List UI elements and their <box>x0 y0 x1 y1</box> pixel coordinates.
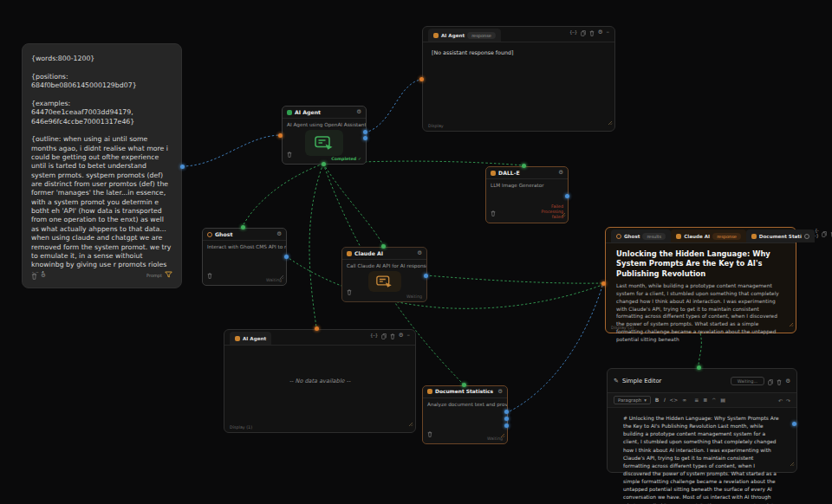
copy-icon[interactable] <box>381 326 387 343</box>
claude-header[interactable]: Claude AI ⚙ <box>342 248 426 260</box>
trash-icon[interactable] <box>287 145 292 161</box>
wire-agent-to-response[interactable] <box>365 80 420 132</box>
port-claude-input[interactable] <box>381 244 386 249</box>
port-docstats-output-3[interactable] <box>504 423 509 428</box>
port-ai-agent-flow-output[interactable] <box>322 162 326 166</box>
port-docstats-output-2[interactable] <box>504 417 509 421</box>
port-dalle-output[interactable] <box>565 194 569 198</box>
gear-icon[interactable]: ⚙ <box>598 29 603 36</box>
port-response-input[interactable] <box>419 77 424 81</box>
trash-icon[interactable] <box>207 266 212 282</box>
dalle-title: DALL-E <box>498 170 520 176</box>
braces-icon[interactable]: {--} <box>569 29 577 35</box>
resize-handle[interactable] <box>500 425 505 442</box>
resize-handle[interactable] <box>789 314 794 331</box>
dalle-header[interactable]: DALL-E ⚙ <box>486 167 568 179</box>
chevron-circle-icon[interactable] <box>804 234 809 239</box>
trash-icon[interactable] <box>589 23 595 40</box>
tab-ai-agent-response[interactable]: AI Agent response <box>428 29 501 42</box>
port-editor-output[interactable] <box>792 422 796 426</box>
port-editor-input-top[interactable] <box>697 365 701 370</box>
bold-button[interactable]: B <box>655 397 660 403</box>
braces-icon[interactable]: {--} <box>370 333 378 338</box>
copy-icon[interactable] <box>822 224 827 241</box>
dalle-node[interactable]: DALL-E ⚙ LLM Image Generator Failed Proc… <box>485 166 569 223</box>
copy-icon[interactable] <box>581 23 586 40</box>
port-docstats-input[interactable] <box>462 383 466 387</box>
quote-button[interactable]: ▤ <box>720 397 725 403</box>
resize-handle[interactable] <box>561 204 566 221</box>
port-display-input[interactable] <box>315 326 319 331</box>
trash-icon[interactable] <box>347 282 352 299</box>
port-claude-output[interactable] <box>424 274 428 278</box>
wire-docstats-to-results[interactable] <box>506 286 602 413</box>
redo-button[interactable]: ↷ <box>786 397 790 404</box>
ghost-icon <box>207 232 212 237</box>
collapse-icon[interactable]: – <box>407 332 411 339</box>
port-ai-agent-output-2[interactable] <box>363 136 367 140</box>
gear-icon[interactable]: ⚙ <box>399 332 404 339</box>
editor-header[interactable]: ✎ Simple Editor Waiting... ⚙ <box>608 369 796 393</box>
port-ai-agent-output-1[interactable] <box>363 130 367 134</box>
tab-ghost-results[interactable]: Ghost results <box>611 229 671 242</box>
wire-claude-to-results[interactable] <box>426 275 602 283</box>
port-ghost-output[interactable] <box>284 255 289 259</box>
gear-icon[interactable]: ⚙ <box>417 250 422 256</box>
bullet-list-button[interactable]: ≡ <box>694 397 699 403</box>
code-button[interactable]: <> <box>669 397 678 403</box>
trash-icon[interactable] <box>31 267 37 283</box>
gear-icon[interactable]: ⚙ <box>276 231 282 237</box>
superscript-button[interactable]: ^ <box>712 397 716 403</box>
no-data-message: -- No data available -- <box>224 378 415 384</box>
port-ai-agent-input[interactable] <box>278 133 283 138</box>
simple-editor-node[interactable]: ✎ Simple Editor Waiting... ⚙ Paragraph ▾… <box>607 368 797 473</box>
resize-handle[interactable] <box>608 113 613 129</box>
trash-icon[interactable] <box>777 372 782 389</box>
wire-prompt-to-agent[interactable] <box>182 135 279 166</box>
italic-button[interactable]: I <box>663 397 665 403</box>
tab-document-statistics[interactable]: Document Stati <box>746 229 815 242</box>
prompt-node[interactable]: {words:800-1200} {positions: 684f0be0806… <box>22 43 182 288</box>
link-button[interactable]: ∞ <box>682 397 686 403</box>
gear-icon[interactable]: ⚙ <box>558 170 563 176</box>
gear-icon[interactable]: ⚙ <box>785 378 790 384</box>
undo-button[interactable]: ↶ <box>778 397 783 404</box>
port-prompt-output[interactable] <box>180 165 185 169</box>
palette-icon <box>491 171 496 176</box>
ai-agent-status: Completed ✓ <box>331 157 361 161</box>
resize-handle[interactable] <box>790 454 795 470</box>
port-results-input[interactable] <box>601 281 606 286</box>
ai-agent-node[interactable]: AI Agent ⚙ AI Agent using OpenAI Assista… <box>282 106 367 165</box>
ordered-list-button[interactable]: ≣ <box>703 397 707 403</box>
gear-icon[interactable]: ⚙ <box>41 272 46 279</box>
ai-agent-header[interactable]: AI Agent ⚙ <box>283 107 366 119</box>
claude-node[interactable]: Claude AI ⚙ Call Claude AI API for AI re… <box>341 247 427 302</box>
results-node[interactable]: Ghost results Claude AI response Documen… <box>605 227 796 333</box>
editor-body[interactable]: # Unlocking the Hidden Language: Why Sys… <box>608 408 796 504</box>
response-display-node[interactable]: AI Agent response {--} ⚙ – [No assistant… <box>422 26 615 132</box>
tab-ai-agent[interactable]: AI Agent <box>230 332 271 345</box>
ghost-node[interactable]: Ghost ⚙ Interact with Ghost CMS API to r… <box>202 228 287 286</box>
port-dalle-input[interactable] <box>522 164 526 168</box>
trash-icon[interactable] <box>491 204 496 220</box>
docstats-node[interactable]: Document Statistics ⚙ Analyze document t… <box>422 385 508 444</box>
collapse-icon[interactable]: – <box>607 29 610 36</box>
gear-icon[interactable]: ⚙ <box>497 389 503 395</box>
paragraph-style-dropdown[interactable]: Paragraph ▾ <box>614 396 651 404</box>
ghost-header[interactable]: Ghost ⚙ <box>203 229 286 241</box>
port-docstats-output-1[interactable] <box>504 410 509 414</box>
prompt-text[interactable]: {words:800-1200} {positions: 684f0be0806… <box>31 55 172 273</box>
copy-icon[interactable] <box>768 372 773 389</box>
ai-agent-display-node[interactable]: AI Agent {--} ⚙ – -- No data available -… <box>224 329 416 433</box>
docstats-header[interactable]: Document Statistics ⚙ <box>423 386 507 398</box>
port-ghost-input[interactable] <box>241 225 245 229</box>
wire-agent-to-display[interactable] <box>309 164 323 327</box>
gear-icon[interactable]: ⚙ <box>356 109 361 115</box>
resize-handle[interactable] <box>279 267 284 283</box>
trash-icon[interactable] <box>427 424 432 441</box>
trash-icon[interactable] <box>390 326 395 343</box>
braces-icon[interactable]: {--} <box>815 228 818 238</box>
tab-claude-response[interactable]: Claude AI response <box>671 229 746 242</box>
workflow-canvas[interactable]: {words:800-1200} {positions: 684f0be0806… <box>0 0 832 504</box>
resize-handle[interactable] <box>408 414 413 430</box>
